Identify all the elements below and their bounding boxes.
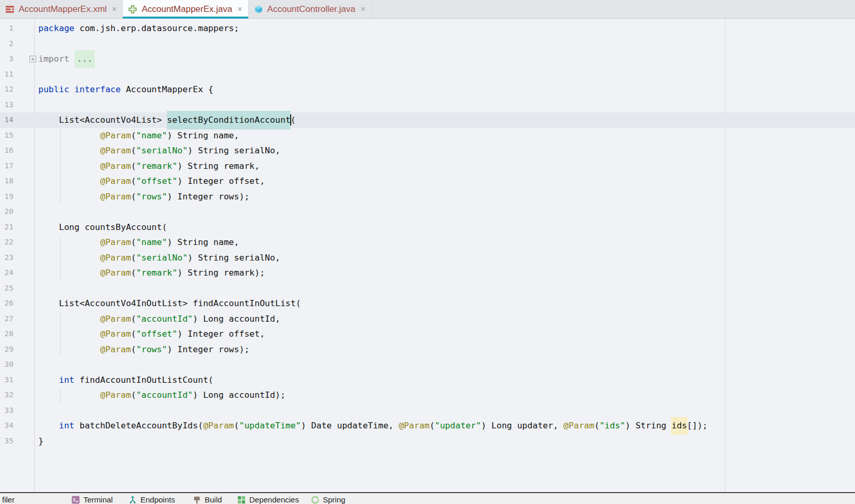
line-number[interactable]: 26 bbox=[0, 296, 13, 311]
editor-tab-AccountMapperEx.xml[interactable]: AccountMapperEx.xml× bbox=[0, 0, 123, 18]
code-line-16[interactable]: 16 @Param("serialNo") String serialNo, bbox=[0, 143, 855, 159]
code-text: @Param("serialNo") String serialNo, bbox=[13, 143, 280, 159]
code-text: public interface AccountMapperEx { bbox=[13, 82, 213, 97]
line-number[interactable]: 33 bbox=[0, 403, 13, 419]
code-line-29[interactable]: 29 @Param("rows") Integer rows); bbox=[0, 342, 855, 357]
code-text: Long countsByAccount( bbox=[13, 220, 167, 235]
editor-tab-AccountController.java[interactable]: AccountController.java× bbox=[249, 0, 372, 18]
code-line-12[interactable]: 12public interface AccountMapperEx { bbox=[0, 82, 855, 97]
code-segment: findAccountInOutListCount( bbox=[75, 375, 213, 385]
code-line-2[interactable]: 2 bbox=[0, 36, 855, 52]
toolwindow-button-terminal[interactable]: Terminal bbox=[72, 495, 113, 504]
code-line-26[interactable]: 26 List<AccountVo4InOutList> findAccount… bbox=[0, 296, 855, 311]
line-number[interactable]: 29 bbox=[0, 342, 13, 357]
code-line-32[interactable]: 32 @Param("accountId") Long accountId); bbox=[0, 387, 855, 403]
code-line-19[interactable]: 19 @Param("rows") Integer rows); bbox=[0, 189, 855, 205]
toolwindow-button-label: Dependencies bbox=[249, 495, 299, 504]
line-number[interactable]: 12 bbox=[0, 82, 13, 97]
code-text: @Param("rows") Integer rows); bbox=[13, 342, 249, 357]
line-number[interactable]: 1 bbox=[0, 21, 13, 36]
line-number[interactable]: 22 bbox=[0, 235, 13, 250]
toolwindow-button-spring[interactable]: Spring bbox=[311, 495, 345, 504]
code-segment: ) String bbox=[625, 421, 672, 430]
code-text: package com.jsh.erp.datasource.mappers; bbox=[13, 21, 239, 36]
line-number[interactable]: 23 bbox=[0, 250, 13, 266]
line-number[interactable]: 30 bbox=[0, 357, 13, 372]
code-line-28[interactable]: 28 @Param("offset") Integer offset, bbox=[0, 326, 855, 342]
line-number[interactable]: 14 bbox=[0, 112, 13, 128]
line-number[interactable]: 34 bbox=[0, 418, 13, 434]
code-line-31[interactable]: 31 int findAccountInOutListCount( bbox=[0, 372, 855, 388]
indent-guide bbox=[60, 311, 61, 357]
line-number[interactable]: 31 bbox=[0, 372, 13, 388]
code-line-20[interactable]: 20 bbox=[0, 204, 855, 220]
code-segment: "serialNo" bbox=[136, 146, 188, 155]
code-text: @Param("serialNo") String serialNo, bbox=[13, 250, 280, 266]
code-line-1[interactable]: 1package com.jsh.erp.datasource.mappers; bbox=[0, 21, 855, 36]
line-number[interactable]: 25 bbox=[0, 281, 13, 296]
editor-tab-AccountMapperEx.java[interactable]: AccountMapperEx.java× bbox=[123, 0, 248, 18]
code-line-11[interactable]: 11 bbox=[0, 67, 855, 82]
code-line-3[interactable]: 3+import ... bbox=[0, 51, 855, 67]
code-segment: ( bbox=[131, 329, 136, 339]
toolwindow-button-label: Terminal bbox=[83, 495, 113, 504]
fold-expand-icon[interactable]: + bbox=[30, 55, 36, 62]
code-segment: @Param bbox=[100, 237, 131, 247]
code-line-34[interactable]: 34 int batchDeleteAccountByIds(@Param("u… bbox=[0, 418, 855, 434]
code-line-23[interactable]: 23 @Param("serialNo") String serialNo, bbox=[0, 250, 855, 266]
code-line-13[interactable]: 13 bbox=[0, 97, 855, 113]
code-segment: "offset" bbox=[136, 176, 177, 186]
line-number[interactable]: 35 bbox=[0, 434, 13, 449]
tab-close-icon[interactable]: × bbox=[361, 5, 365, 14]
mybatis-xml-mapper-icon bbox=[6, 5, 15, 13]
code-line-18[interactable]: 18 @Param("offset") Integer offset, bbox=[0, 174, 855, 189]
line-number[interactable]: 15 bbox=[0, 128, 13, 143]
code-lines: 1package com.jsh.erp.datasource.mappers;… bbox=[0, 21, 855, 449]
toolwindow-button-build[interactable]: Build bbox=[193, 495, 222, 504]
line-number[interactable]: 24 bbox=[0, 265, 13, 281]
selected-text: selectByConditionAccount bbox=[167, 111, 290, 129]
code-segment: ( bbox=[131, 146, 136, 155]
code-line-21[interactable]: 21 Long countsByAccount( bbox=[0, 220, 855, 235]
code-segment: @Param bbox=[100, 192, 131, 201]
code-segment: ( bbox=[131, 253, 136, 263]
code-line-15[interactable]: 15 @Param("name") String name, bbox=[0, 128, 855, 143]
code-segment: ( bbox=[594, 421, 600, 430]
code-line-25[interactable]: 25 bbox=[0, 281, 855, 296]
tab-close-icon[interactable]: × bbox=[237, 5, 242, 14]
line-number[interactable]: 18 bbox=[0, 174, 13, 189]
code-segment bbox=[38, 421, 59, 430]
code-line-22[interactable]: 22 @Param("name") String name, bbox=[0, 235, 855, 250]
tab-close-icon[interactable]: × bbox=[112, 5, 117, 14]
line-number[interactable]: 28 bbox=[0, 326, 13, 342]
code-text: @Param("rows") Integer rows); bbox=[13, 189, 249, 205]
code-line-17[interactable]: 17 @Param("remark") String remark, bbox=[0, 159, 855, 174]
code-editor[interactable]: 1package com.jsh.erp.datasource.mappers;… bbox=[0, 19, 855, 492]
code-line-27[interactable]: 27 @Param("accountId") Long accountId, bbox=[0, 311, 855, 327]
code-line-35[interactable]: 35} bbox=[0, 434, 855, 449]
line-number[interactable]: 20 bbox=[0, 204, 13, 220]
toolwindow-button-filer[interactable]: filer bbox=[2, 495, 15, 504]
code-segment: ) Integer rows); bbox=[167, 192, 249, 201]
code-segment bbox=[38, 161, 100, 171]
code-segment: } bbox=[38, 436, 44, 446]
line-number[interactable]: 19 bbox=[0, 189, 13, 205]
code-line-14[interactable]: 14 List<AccountVo4List> selectByConditio… bbox=[0, 112, 855, 128]
line-number[interactable]: 27 bbox=[0, 311, 13, 327]
editor-tab-bar: AccountMapperEx.xml×AccountMapperEx.java… bbox=[0, 0, 855, 19]
line-number[interactable]: 2 bbox=[0, 36, 13, 52]
code-segment: AccountMapperEx { bbox=[126, 84, 213, 94]
code-line-33[interactable]: 33 bbox=[0, 403, 855, 419]
code-line-24[interactable]: 24 @Param("remark") String remark); bbox=[0, 265, 855, 281]
toolwindow-button-endpoints[interactable]: Endpoints bbox=[129, 495, 175, 504]
line-number[interactable]: 17 bbox=[0, 159, 13, 174]
toolwindow-button-dependencies[interactable]: Dependencies bbox=[237, 495, 299, 504]
mapper-interface-icon bbox=[129, 5, 137, 13]
line-number[interactable]: 11 bbox=[0, 67, 13, 82]
line-number[interactable]: 21 bbox=[0, 220, 13, 235]
line-number[interactable]: 32 bbox=[0, 387, 13, 403]
line-number[interactable]: 16 bbox=[0, 143, 13, 159]
line-number[interactable]: 13 bbox=[0, 97, 13, 113]
code-line-30[interactable]: 30 bbox=[0, 357, 855, 372]
line-number[interactable]: 3 bbox=[0, 51, 13, 67]
